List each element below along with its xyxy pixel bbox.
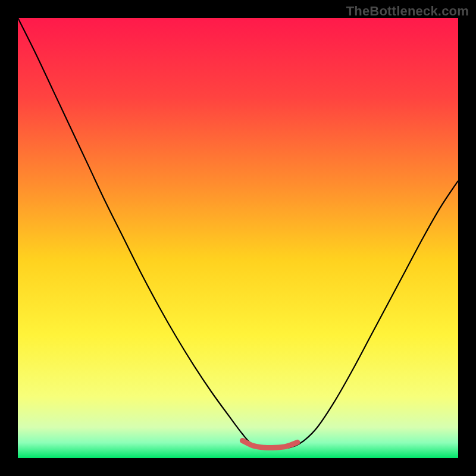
plot-area (18, 18, 458, 458)
chart-svg (18, 18, 458, 458)
watermark-text: TheBottleneck.com (346, 4, 469, 19)
chart-frame: TheBottleneck.com (0, 0, 476, 476)
gradient-background (18, 18, 458, 458)
